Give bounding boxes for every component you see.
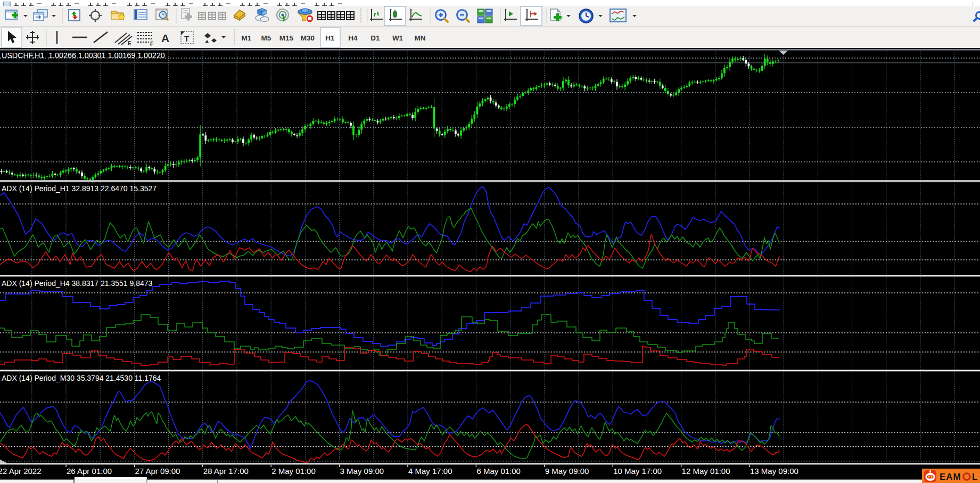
svg-text:27 Apr 09:00: 27 Apr 09:00 bbox=[135, 466, 180, 476]
svg-text:W1: W1 bbox=[392, 34, 403, 42]
svg-text:E: E bbox=[128, 40, 131, 46]
svg-text:M5: M5 bbox=[261, 34, 271, 42]
svg-text:L: L bbox=[972, 472, 977, 482]
svg-text:T: T bbox=[184, 34, 189, 43]
svg-text:A: A bbox=[161, 32, 169, 44]
svg-text:10 May 17:00: 10 May 17:00 bbox=[613, 466, 662, 476]
svg-text:MN: MN bbox=[415, 34, 426, 42]
svg-text:ADX (14) Period_H4 38.8317 21.: ADX (14) Period_H4 38.8317 21.3551 9.847… bbox=[2, 279, 153, 288]
svg-text:ADX (14) Period_H1 32.8913 22.: ADX (14) Period_H1 32.8913 22.6470 15.35… bbox=[2, 184, 157, 193]
svg-text:H4: H4 bbox=[348, 34, 358, 42]
svg-text:M15: M15 bbox=[279, 34, 294, 42]
svg-text:22 Apr 2022: 22 Apr 2022 bbox=[0, 466, 42, 476]
svg-text:M30: M30 bbox=[301, 34, 315, 42]
svg-text:H1: H1 bbox=[325, 34, 335, 42]
svg-text:EAM: EAM bbox=[940, 472, 961, 482]
svg-text:USDCHF,H1 1.00266 1.00301 1.0: USDCHF,H1 1.00266 1.00301 1.00169 1.0022… bbox=[2, 51, 165, 60]
svg-text:2 May 01:00: 2 May 01:00 bbox=[271, 466, 316, 476]
svg-text:D1: D1 bbox=[370, 34, 380, 42]
svg-text:M1: M1 bbox=[242, 34, 252, 42]
svg-text:28 Apr 17:00: 28 Apr 17:00 bbox=[203, 466, 249, 476]
svg-text:13 May 09:00: 13 May 09:00 bbox=[750, 466, 798, 476]
svg-text:F: F bbox=[150, 41, 153, 47]
svg-text:3 May 09:00: 3 May 09:00 bbox=[340, 466, 384, 476]
svg-text:26 Apr 01:00: 26 Apr 01:00 bbox=[67, 466, 112, 476]
svg-text:4 May 17:00: 4 May 17:00 bbox=[408, 466, 452, 476]
svg-text:ADX (14) Period_M30 35.3794 21: ADX (14) Period_M30 35.3794 21.4530 11.1… bbox=[2, 374, 161, 382]
svg-text:6 May 01:00: 6 May 01:00 bbox=[476, 466, 521, 476]
svg-text:12 May 01:00: 12 May 01:00 bbox=[682, 466, 730, 476]
svg-text:9 May 09:00: 9 May 09:00 bbox=[545, 466, 589, 476]
